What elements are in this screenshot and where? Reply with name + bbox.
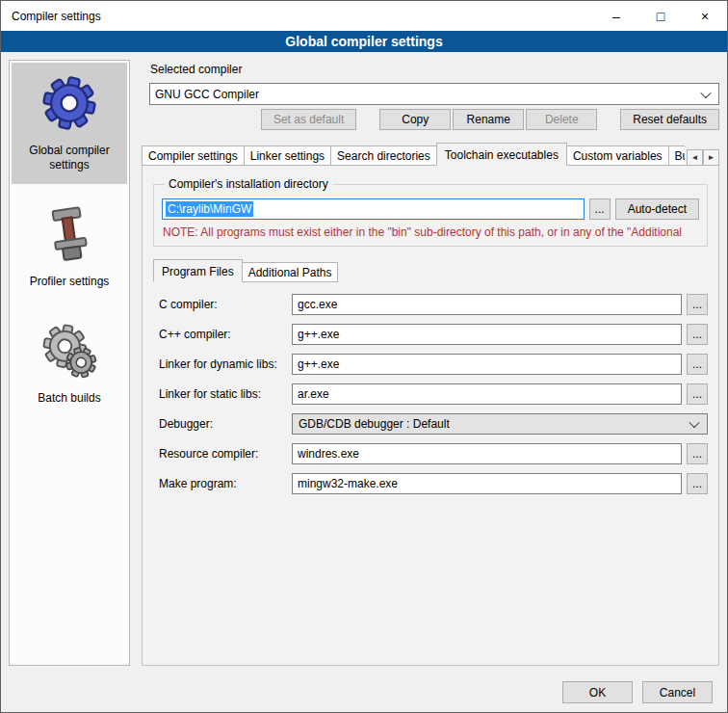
- cpp-compiler-label: C++ compiler:: [159, 328, 292, 341]
- debugger-label: Debugger:: [159, 417, 292, 431]
- profiler-tool-icon: [39, 203, 100, 265]
- installation-directory-group: Compiler's installation directory C:\ray…: [153, 177, 708, 247]
- installation-directory-row: C:\raylib\MinGW ... Auto-detect: [162, 198, 699, 220]
- compiler-selection-section: Selected compiler GNU GCC Compiler Set a…: [149, 60, 719, 130]
- reset-defaults-button[interactable]: Reset defaults: [620, 109, 719, 130]
- sidebar-item-global-compiler-settings[interactable]: Global compiler settings: [12, 63, 127, 184]
- field-row-linker-dynamic: Linker for dynamic libs: ...: [159, 354, 708, 375]
- copy-button[interactable]: Copy: [379, 109, 451, 130]
- blue-gear-icon: [39, 72, 100, 134]
- installation-directory-input[interactable]: C:\raylib\MinGW: [162, 198, 585, 220]
- installation-directory-value: C:\raylib\MinGW: [166, 201, 253, 217]
- dialog-header-title: Global compiler settings: [1, 31, 727, 52]
- directory-browse-button[interactable]: ...: [589, 198, 611, 220]
- sidebar-item-batch-builds[interactable]: Batch builds: [12, 310, 127, 417]
- compiler-settings-dialog: Compiler settings – □ × Global compiler …: [0, 0, 728, 713]
- maximize-button[interactable]: □: [638, 1, 683, 31]
- tab-compiler-settings[interactable]: Compiler settings: [142, 145, 245, 166]
- dialog-footer: OK Cancel: [1, 668, 727, 712]
- linker-static-input[interactable]: [292, 383, 682, 405]
- sidebar-item-label: Global compiler settings: [14, 144, 124, 172]
- field-row-cpp-compiler: C++ compiler: ...: [159, 324, 708, 345]
- maximize-icon: □: [657, 10, 664, 23]
- tab-scroll-controls: ◄ ►: [687, 149, 719, 166]
- cpp-compiler-input[interactable]: [292, 324, 682, 345]
- resource-compiler-browse-button[interactable]: ...: [687, 443, 708, 464]
- field-row-linker-static: Linker for static libs: ...: [159, 383, 708, 405]
- make-program-browse-button[interactable]: ...: [687, 473, 708, 494]
- compiler-actions: Set as default Copy Rename Delete Reset …: [149, 109, 719, 130]
- arrow-left-icon: ◄: [691, 154, 699, 162]
- debugger-select-value: GDB/CDB debugger : Default: [299, 417, 450, 431]
- make-program-label: Make program:: [159, 477, 292, 490]
- tab-additional-paths[interactable]: Additional Paths: [242, 262, 339, 282]
- sidebar-item-label: Batch builds: [14, 391, 124, 406]
- auto-detect-button[interactable]: Auto-detect: [615, 198, 699, 220]
- program-tabs: Program Files Additional Paths: [153, 259, 708, 282]
- compiler-select-value: GNU GCC Compiler: [155, 88, 259, 101]
- program-files-form: C compiler: ... C++ compiler: ... Linker…: [153, 294, 708, 494]
- tab-build-options[interactable]: Build options: [668, 145, 685, 166]
- cancel-button[interactable]: Cancel: [642, 681, 713, 703]
- sidebar-item-profiler-settings[interactable]: Profiler settings: [12, 194, 127, 301]
- tab-linker-settings[interactable]: Linker settings: [244, 145, 331, 166]
- field-row-resource-compiler: Resource compiler: ...: [159, 443, 708, 464]
- tab-toolchain-executables[interactable]: Toolchain executables: [436, 143, 567, 166]
- linker-static-browse-button[interactable]: ...: [687, 383, 708, 405]
- linker-dynamic-label: Linker for dynamic libs:: [159, 357, 292, 371]
- c-compiler-browse-button[interactable]: ...: [687, 294, 708, 315]
- toolchain-executables-page: Compiler's installation directory C:\ray…: [142, 165, 719, 666]
- set-as-default-button[interactable]: Set as default: [261, 109, 356, 130]
- close-button[interactable]: ×: [683, 1, 727, 31]
- sidebar-item-label: Profiler settings: [14, 275, 124, 289]
- field-row-debugger: Debugger: GDB/CDB debugger : Default: [159, 413, 708, 435]
- chevron-down-icon: [689, 417, 699, 428]
- linker-static-label: Linker for static libs:: [159, 387, 292, 401]
- resource-compiler-label: Resource compiler:: [159, 447, 292, 461]
- tab-program-files[interactable]: Program Files: [153, 259, 243, 282]
- tab-scroll-left-button[interactable]: ◄: [687, 149, 703, 166]
- tab-strip: Compiler settings Linker settings Search…: [142, 143, 685, 166]
- close-icon: ×: [701, 10, 709, 23]
- sidebar: Global compiler settings Profiler settin…: [9, 60, 130, 666]
- c-compiler-input[interactable]: [292, 294, 682, 315]
- rename-button[interactable]: Rename: [453, 109, 524, 130]
- make-program-input[interactable]: [292, 473, 682, 494]
- window-controls: – □ ×: [594, 1, 727, 31]
- minimize-button[interactable]: –: [594, 1, 638, 31]
- delete-button[interactable]: Delete: [526, 109, 597, 130]
- debugger-select[interactable]: GDB/CDB debugger : Default: [292, 413, 708, 435]
- dialog-content: Global compiler settings Profiler settin…: [1, 52, 727, 668]
- window-title: Compiler settings: [1, 10, 101, 23]
- installation-directory-group-label: Compiler's installation directory: [165, 177, 332, 191]
- minimize-icon: –: [612, 10, 620, 23]
- linker-dynamic-browse-button[interactable]: ...: [687, 354, 708, 375]
- tab-custom-variables[interactable]: Custom variables: [566, 145, 669, 166]
- compiler-select[interactable]: GNU GCC Compiler: [149, 83, 719, 105]
- linker-dynamic-input[interactable]: [292, 354, 682, 375]
- titlebar[interactable]: Compiler settings – □ ×: [1, 1, 727, 31]
- field-row-c-compiler: C compiler: ...: [159, 294, 708, 315]
- selected-compiler-label: Selected compiler: [150, 63, 719, 76]
- ok-button[interactable]: OK: [562, 681, 633, 703]
- c-compiler-label: C compiler:: [159, 298, 292, 311]
- tab-scroll-right-button[interactable]: ►: [703, 149, 719, 166]
- tab-search-directories[interactable]: Search directories: [330, 145, 437, 166]
- resource-compiler-input[interactable]: [292, 443, 682, 464]
- settings-tab-bar: Compiler settings Linker settings Search…: [142, 143, 719, 166]
- cpp-compiler-browse-button[interactable]: ...: [687, 324, 708, 345]
- main-panel: Selected compiler GNU GCC Compiler Set a…: [140, 60, 719, 666]
- note-text: NOTE: All programs must exist either in …: [163, 225, 698, 239]
- chevron-down-icon: [700, 87, 711, 97]
- field-row-make-program: Make program: ...: [159, 473, 708, 494]
- gray-gears-icon: [39, 320, 100, 382]
- arrow-right-icon: ►: [708, 154, 715, 162]
